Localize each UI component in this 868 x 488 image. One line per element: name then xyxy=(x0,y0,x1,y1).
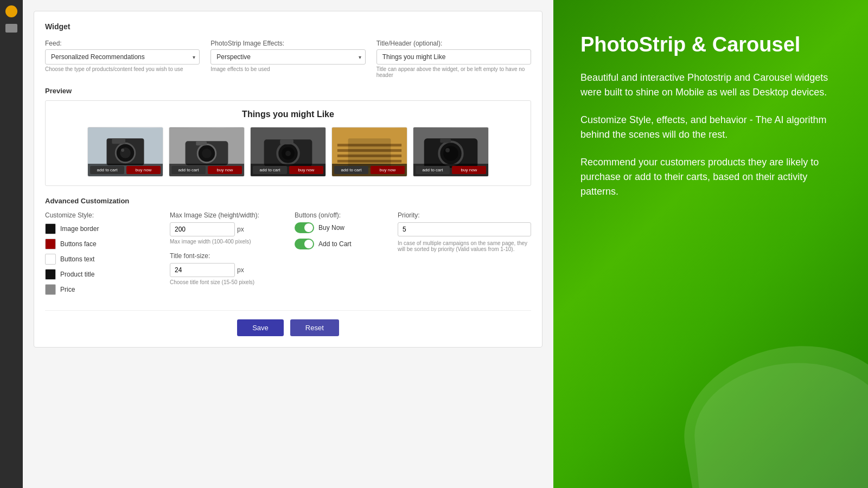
add-to-cart-button-2[interactable]: add to cart xyxy=(171,166,206,174)
product-buttons-1: add to cart buy now xyxy=(88,164,163,176)
svg-rect-5 xyxy=(112,138,125,144)
preview-area: Things you might Like xyxy=(45,100,531,186)
priority-input[interactable] xyxy=(398,222,531,236)
customize-style-label: Customize Style: xyxy=(45,211,154,219)
left-sidebar xyxy=(0,0,23,488)
svg-rect-28 xyxy=(440,138,451,143)
image-border-swatch[interactable] xyxy=(45,223,56,234)
add-to-cart-button-4[interactable]: add to cart xyxy=(334,166,368,174)
preview-label: Preview xyxy=(45,87,531,95)
title-header-group: Title/Header (optional): Title can appea… xyxy=(376,40,531,78)
buttons-onoff-label: Buttons (on/off): xyxy=(295,211,381,219)
priority-hint: In case of multiple campaigns on the sam… xyxy=(398,240,531,252)
add-to-cart-toggle[interactable] xyxy=(295,239,314,249)
product-title-label: Product title xyxy=(60,271,94,278)
buy-now-button-1[interactable]: buy now xyxy=(126,166,161,174)
add-to-cart-button-5[interactable]: add to cart xyxy=(416,166,450,174)
image-effects-group: PhotoStrip Image Effects: Perspective No… xyxy=(210,40,365,78)
buy-now-button-5[interactable]: buy now xyxy=(452,166,486,174)
right-panel-title: PhotoStrip & Carousel xyxy=(580,33,841,57)
product-card: add to cart buy now xyxy=(250,127,326,177)
feed-group: Feed: Personalized Recommendations Best … xyxy=(45,40,200,78)
buttons-face-label: Buttons face xyxy=(60,240,97,248)
svg-point-4 xyxy=(121,149,124,152)
widget-title: Widget xyxy=(45,22,531,31)
image-effects-select[interactable]: Perspective None Zoom xyxy=(210,49,365,65)
product-buttons-4: add to cart buy now xyxy=(332,164,407,176)
feed-select[interactable]: Personalized Recommendations Best Seller… xyxy=(45,49,200,65)
title-font-hint: Choose title font size (15-50 pixels) xyxy=(170,279,278,285)
product-buttons-5: add to cart buy now xyxy=(413,164,488,176)
widget-panel: Widget Feed: Personalized Recommendation… xyxy=(34,11,542,348)
preview-title: Things you might Like xyxy=(54,110,522,119)
max-image-label: Max Image Size (height/width): xyxy=(170,211,278,219)
add-to-cart-toggle-label: Add to Cart xyxy=(318,240,352,248)
svg-point-27 xyxy=(445,148,450,152)
buttons-face-row: Buttons face xyxy=(45,239,154,249)
customize-style-section: Customize Style: Image border Buttons fa… xyxy=(45,211,154,299)
save-button[interactable]: Save xyxy=(237,319,284,336)
priority-label: Priority: xyxy=(398,211,531,219)
buttons-face-swatch[interactable] xyxy=(45,239,56,249)
title-header-hint: Title can appear above the widget, or be… xyxy=(376,66,531,78)
title-header-input[interactable] xyxy=(376,49,531,65)
svg-point-26 xyxy=(443,146,458,161)
product-card: add to cart buy now xyxy=(413,127,489,177)
price-swatch[interactable] xyxy=(45,284,56,295)
image-effects-label: PhotoStrip Image Effects: xyxy=(210,40,365,47)
product-title-swatch[interactable] xyxy=(45,269,56,280)
action-row: Save Reset xyxy=(45,310,531,336)
main-content: Widget Feed: Personalized Recommendation… xyxy=(23,0,553,488)
mail-icon[interactable] xyxy=(5,24,17,33)
buttons-onoff-section: Buttons (on/off): Buy Now Add to Cart xyxy=(295,211,381,255)
svg-rect-16 xyxy=(280,139,293,144)
title-font-input[interactable] xyxy=(170,263,235,277)
max-image-hint: Max image width (100-400 pixels) xyxy=(170,239,278,245)
right-panel-para2: Customize Style, effects, and behavior -… xyxy=(580,113,841,142)
svg-point-9 xyxy=(202,149,212,158)
title-header-label: Title/Header (optional): xyxy=(376,40,531,47)
price-row: Price xyxy=(45,284,154,295)
priority-section: Priority: In case of multiple campaigns … xyxy=(398,211,531,252)
max-image-input[interactable] xyxy=(170,222,235,236)
image-effects-hint: Image effects to be used xyxy=(210,66,365,72)
reset-button[interactable]: Reset xyxy=(290,319,339,336)
add-to-cart-button-1[interactable]: add to cart xyxy=(90,166,124,174)
buy-now-toggle[interactable] xyxy=(295,222,314,233)
buy-now-button-2[interactable]: buy now xyxy=(208,166,242,174)
product-card: add to cart buy now xyxy=(169,127,245,177)
title-font-label: Title font-size: xyxy=(170,252,278,260)
buttons-text-row: Buttons text xyxy=(45,254,154,265)
advanced-customization-title: Advanced Customization xyxy=(45,197,531,205)
product-card: add to cart buy now xyxy=(87,127,163,177)
buttons-text-swatch[interactable] xyxy=(45,254,56,265)
title-font-unit: px xyxy=(237,266,244,274)
svg-rect-10 xyxy=(196,141,207,145)
image-border-label: Image border xyxy=(60,225,99,233)
right-panel: PhotoStrip & Carousel Beautiful and inte… xyxy=(553,0,868,488)
price-label: Price xyxy=(60,286,75,293)
buy-now-toggle-label: Buy Now xyxy=(318,224,344,232)
add-to-cart-button-3[interactable]: add to cart xyxy=(253,166,287,174)
product-buttons-2: add to cart buy now xyxy=(169,164,244,176)
buy-now-button-4[interactable]: buy now xyxy=(371,166,405,174)
buttons-text-label: Buttons text xyxy=(60,255,94,263)
max-image-section: Max Image Size (height/width): px Max im… xyxy=(170,211,278,285)
svg-point-15 xyxy=(285,151,291,156)
product-buttons-3: add to cart buy now xyxy=(251,164,326,176)
buy-now-button-3[interactable]: buy now xyxy=(289,166,323,174)
max-image-unit: px xyxy=(237,226,244,233)
feed-hint: Choose the type of products/content feed… xyxy=(45,66,200,72)
buy-now-toggle-row: Buy Now xyxy=(295,222,381,233)
advanced-row: Customize Style: Image border Buttons fa… xyxy=(45,211,531,299)
feed-label: Feed: xyxy=(45,40,200,47)
image-border-row: Image border xyxy=(45,223,154,234)
form-row-fields: Feed: Personalized Recommendations Best … xyxy=(45,40,531,78)
add-to-cart-toggle-row: Add to Cart xyxy=(295,239,381,249)
product-strip: add to cart buy now xyxy=(54,127,522,177)
orange-dot-icon xyxy=(5,5,17,17)
right-panel-para1: Beautiful and interactive Photostrip and… xyxy=(580,70,841,100)
right-panel-para3: Recommend your customers products they a… xyxy=(580,155,841,199)
product-title-row: Product title xyxy=(45,269,154,280)
product-card: add to cart buy now xyxy=(331,127,407,177)
